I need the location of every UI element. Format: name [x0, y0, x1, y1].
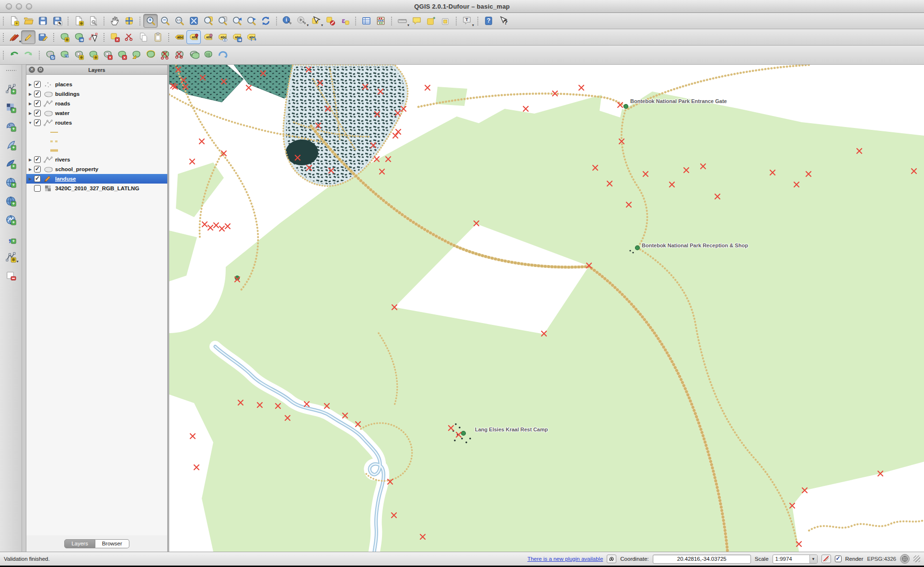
add-spatialite-layer-button[interactable]: + — [3, 138, 19, 152]
zoom-full-button[interactable] — [186, 14, 201, 28]
toolbar-grip[interactable] — [276, 16, 278, 26]
map-tips-button[interactable] — [409, 14, 424, 28]
save-project-button[interactable] — [35, 14, 50, 28]
new-print-composer-button[interactable]: ✱ — [71, 14, 86, 28]
rotate-point-symbols-button[interactable] — [215, 48, 230, 62]
zoom-native-button[interactable]: 1:1 — [172, 14, 186, 28]
measure-button[interactable]: ▾ — [395, 14, 409, 28]
move-feature-button[interactable]: ➜ — [71, 30, 86, 44]
field-calculator-button[interactable] — [373, 14, 388, 28]
zoom-out-button[interactable]: − — [158, 14, 172, 28]
toolbar-grip[interactable] — [455, 16, 458, 26]
layer-visibility-checkbox[interactable]: ✓ — [34, 91, 41, 97]
layer-symbol-row[interactable] — [26, 127, 167, 137]
show-hide-labels-button[interactable]: abc — [215, 30, 230, 44]
new-shapefile-layer-button[interactable]: ✱▾ — [3, 250, 19, 264]
new-project-button[interactable]: + — [7, 14, 21, 28]
layer-visibility-checkbox[interactable]: ✓ — [34, 119, 41, 126]
add-wms-layer-button[interactable]: + — [3, 175, 19, 189]
run-feature-action-button[interactable]: ▾ — [294, 14, 309, 28]
panel-close-icon[interactable]: ✕ — [29, 67, 35, 73]
pan-map-button[interactable] — [107, 14, 122, 28]
expand-arrow-icon[interactable]: ▶ — [26, 92, 34, 96]
layer-visibility-checkbox[interactable]: ✓ — [34, 175, 41, 182]
current-edits-button[interactable]: ▾ — [7, 30, 21, 44]
paste-features-button[interactable] — [150, 30, 165, 44]
toolbar-grip[interactable] — [53, 33, 55, 42]
show-bookmarks-button[interactable] — [438, 14, 452, 28]
open-attribute-table-button[interactable] — [359, 14, 373, 28]
copy-features-button[interactable] — [136, 30, 150, 44]
add-delimited-text-layer-button[interactable]: ,+ — [3, 231, 19, 245]
pan-to-selection-button[interactable] — [122, 14, 136, 28]
layer-item-landuse[interactable]: ▶✓landuse — [26, 174, 167, 184]
toolbar-grip[interactable] — [2, 16, 5, 26]
add-wfs-layer-button[interactable]: + — [3, 212, 19, 227]
select-by-expression-button[interactable]: ε — [337, 14, 352, 28]
add-feature-button[interactable]: ✱ — [57, 30, 71, 44]
render-checkbox[interactable]: ✓ — [835, 555, 842, 562]
expand-arrow-icon[interactable]: ▶ — [26, 158, 34, 162]
move-label-button[interactable]: abc➜ — [230, 30, 244, 44]
new-bookmark-button[interactable]: + — [424, 14, 438, 28]
layer-visibility-checkbox[interactable]: ✓ — [34, 166, 41, 173]
labeling-button[interactable]: abc — [172, 30, 186, 44]
toolbar-grip[interactable] — [103, 33, 105, 42]
chevron-down-icon[interactable]: ▼ — [809, 555, 817, 563]
expand-arrow-icon[interactable]: ▶ — [26, 111, 34, 116]
toolbar-grip[interactable] — [391, 16, 393, 26]
tab-layers[interactable]: Layers — [64, 539, 95, 548]
layer-visibility-checkbox[interactable]: ✓ — [34, 156, 41, 163]
layer-item-3420C_2010_327_RGB_LATLNG[interactable]: 3420C_2010_327_RGB_LATLNG — [26, 184, 167, 193]
add-mssql-layer-button[interactable]: + — [3, 156, 19, 171]
map-canvas[interactable]: Bontebok National Park Entrance GateBont… — [169, 65, 924, 552]
zoom-last-button[interactable]: ◀ — [230, 14, 244, 28]
stop-render-button[interactable] — [821, 555, 831, 563]
save-layer-edits-button[interactable] — [35, 30, 50, 44]
remove-layer-group-button[interactable] — [3, 268, 19, 283]
expand-arrow-icon[interactable]: ▼ — [26, 121, 34, 125]
text-annotation-button[interactable]: T▾ — [460, 14, 474, 28]
zoom-window-button[interactable] — [26, 3, 32, 10]
layer-item-school_property[interactable]: ▶✓school_property — [26, 164, 167, 174]
add-vector-layer-button[interactable]: + — [3, 81, 19, 96]
open-project-button[interactable] — [21, 14, 35, 28]
toolbar-grip[interactable] — [2, 50, 5, 60]
zoom-next-button[interactable]: ▶ — [244, 14, 258, 28]
expand-arrow-icon[interactable]: ▶ — [26, 102, 34, 106]
dropdown-arrow-icon[interactable]: ▾ — [472, 23, 474, 27]
pin-unpin-labels-button[interactable]: abc — [201, 30, 215, 44]
layer-item-places[interactable]: ▶✓places — [26, 80, 167, 89]
layer-visibility-checkbox[interactable]: ✓ — [34, 81, 41, 88]
delete-selected-button[interactable]: × — [107, 30, 122, 44]
layer-item-water[interactable]: ▶✓water — [26, 108, 167, 118]
minimize-button[interactable] — [16, 3, 22, 10]
reshape-features-button[interactable] — [129, 48, 143, 62]
add-raster-layer-button[interactable]: + — [3, 100, 19, 115]
toolbar-grip[interactable] — [67, 16, 69, 26]
split-parts-button[interactable] — [172, 48, 186, 62]
layer-symbol-row[interactable] — [26, 137, 167, 146]
toolbar-grip[interactable] — [2, 33, 5, 42]
new-plugin-link[interactable]: There is a new plugin available — [527, 556, 603, 562]
save-project-as-button[interactable]: ✎ — [50, 14, 64, 28]
identify-features-button[interactable]: i — [280, 14, 294, 28]
layer-visibility-checkbox[interactable]: ✓ — [34, 100, 41, 107]
undo-button[interactable] — [7, 48, 21, 62]
whats-this-button[interactable]: ? — [496, 14, 510, 28]
layer-visibility-checkbox[interactable]: ✓ — [34, 110, 41, 116]
toolbar-grip[interactable] — [103, 16, 105, 26]
resize-grip[interactable] — [913, 555, 920, 562]
deselect-features-button[interactable] — [323, 14, 337, 28]
add-postgis-layer-button[interactable]: + — [3, 119, 19, 133]
add-wcs-layer-button[interactable]: + — [3, 194, 19, 208]
add-ring-button[interactable]: ✱ — [71, 48, 86, 62]
plugin-icon[interactable] — [607, 555, 616, 563]
highlight-pinned-labels-button[interactable]: abc — [186, 30, 201, 44]
rotate-label-button[interactable]: abc — [244, 30, 258, 44]
zoom-to-layer-button[interactable] — [215, 14, 230, 28]
toolbar-grip[interactable] — [168, 33, 170, 42]
layer-visibility-checkbox[interactable] — [34, 185, 41, 192]
simplify-feature-button[interactable] — [57, 48, 71, 62]
help-contents-button[interactable]: ? — [481, 14, 496, 28]
